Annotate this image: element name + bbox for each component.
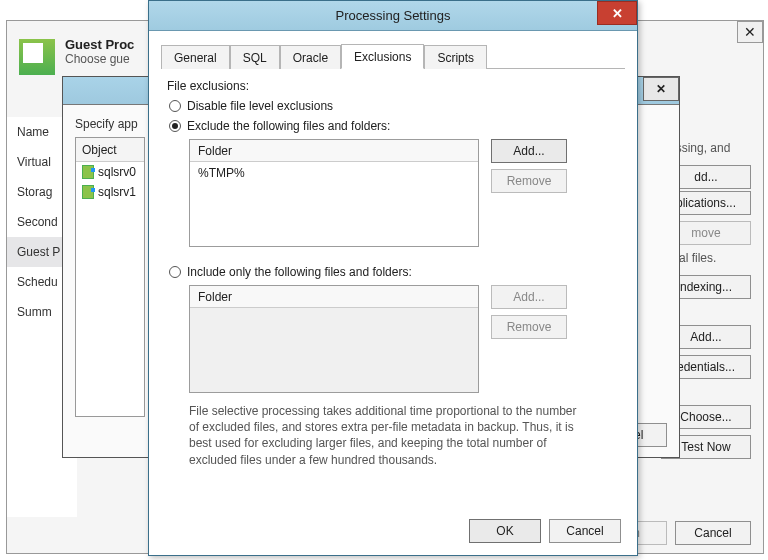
tab-exclusions[interactable]: Exclusions (341, 44, 424, 69)
close-icon[interactable]: ✕ (597, 1, 637, 25)
radio-label: Include only the following files and fol… (187, 265, 412, 279)
radio-icon (169, 266, 181, 278)
include-buttons: Add... Remove (491, 285, 567, 393)
tab-oracle[interactable]: Oracle (280, 45, 341, 69)
list-item[interactable]: sqlsrv0 (76, 162, 144, 182)
remove-button: Remove (491, 169, 567, 193)
exclude-buttons: Add... Remove (491, 139, 567, 247)
vm-name: sqlsrv0 (98, 165, 136, 179)
vm-icon (82, 185, 94, 199)
column-header: Folder (190, 286, 478, 308)
radio-label: Exclude the following files and folders: (187, 119, 390, 133)
column-header: Object (76, 138, 144, 162)
help-text: File selective processing takes addition… (189, 403, 589, 468)
vm-icon (82, 165, 94, 179)
wizard-icon (19, 39, 55, 75)
vm-name: sqlsrv1 (98, 185, 136, 199)
cancel-button[interactable]: Cancel (675, 521, 751, 545)
column-header: Folder (190, 140, 478, 162)
exclude-list-group: Folder %TMP% Add... Remove (189, 139, 619, 247)
cancel-button[interactable]: Cancel (549, 519, 621, 543)
radio-icon (169, 120, 181, 132)
radio-exclude-following[interactable]: Exclude the following files and folders: (169, 119, 619, 133)
close-icon[interactable]: ✕ (737, 21, 763, 43)
close-icon[interactable]: ✕ (643, 77, 679, 101)
file-exclusions-label: File exclusions: (167, 79, 619, 93)
exclusions-panel: File exclusions: Disable file level excl… (149, 69, 637, 468)
list-item[interactable]: sqlsrv1 (76, 182, 144, 202)
include-list-group: Folder Add... Remove (189, 285, 619, 393)
radio-include-only[interactable]: Include only the following files and fol… (169, 265, 619, 279)
remove-button: Remove (491, 315, 567, 339)
include-listbox: Folder (189, 285, 479, 393)
list-item[interactable]: %TMP% (190, 162, 478, 184)
tab-strip: General SQL Oracle Exclusions Scripts (161, 41, 625, 69)
dialog-title-text: Processing Settings (336, 8, 451, 23)
exclude-listbox[interactable]: Folder %TMP% (189, 139, 479, 247)
radio-label: Disable file level exclusions (187, 99, 333, 113)
radio-icon (169, 100, 181, 112)
ok-button[interactable]: OK (469, 519, 541, 543)
dialog-title: Processing Settings ✕ (149, 1, 637, 31)
object-list[interactable]: Object sqlsrv0 sqlsrv1 (75, 137, 145, 417)
add-button: Add... (491, 285, 567, 309)
add-button[interactable]: Add... (491, 139, 567, 163)
processing-settings-dialog: Processing Settings ✕ General SQL Oracle… (148, 0, 638, 556)
tab-general[interactable]: General (161, 45, 230, 69)
tab-scripts[interactable]: Scripts (424, 45, 487, 69)
tab-sql[interactable]: SQL (230, 45, 280, 69)
wizard-title: Guest Proc (65, 37, 134, 52)
wizard-header: Guest Proc Choose gue (19, 37, 134, 75)
radio-disable-exclusions[interactable]: Disable file level exclusions (169, 99, 619, 113)
dialog-footer: OK Cancel (469, 519, 621, 543)
wizard-subtitle: Choose gue (65, 52, 134, 66)
